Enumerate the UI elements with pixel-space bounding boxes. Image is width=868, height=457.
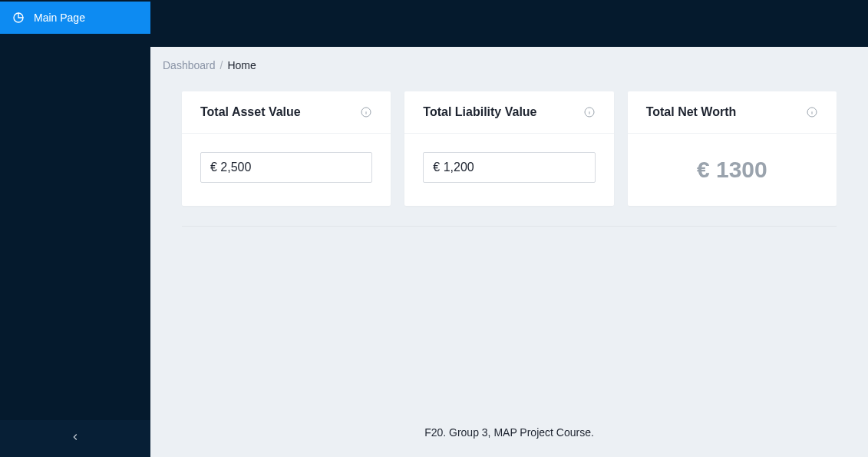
card-networth-head: Total Net Worth bbox=[628, 91, 837, 134]
card-asset-body bbox=[182, 134, 391, 201]
liability-value-input[interactable] bbox=[423, 152, 595, 183]
footer-text: F20. Group 3, MAP Project Course. bbox=[163, 426, 856, 442]
cards-row: Total Asset Value Total Liability Value bbox=[163, 91, 856, 206]
section-divider bbox=[182, 226, 837, 227]
card-networth-body: € 1300 bbox=[628, 134, 837, 206]
card-asset: Total Asset Value bbox=[182, 91, 391, 206]
card-asset-head: Total Asset Value bbox=[182, 91, 391, 134]
card-networth-title: Total Net Worth bbox=[646, 105, 737, 119]
pie-chart-icon bbox=[12, 12, 25, 24]
info-icon[interactable] bbox=[360, 106, 372, 118]
card-asset-title: Total Asset Value bbox=[200, 105, 301, 119]
sidebar-item-label: Main Page bbox=[34, 12, 85, 24]
info-icon[interactable] bbox=[806, 106, 818, 118]
content-wrap: Dashboard / Home Total Asset Value bbox=[150, 0, 868, 457]
main-content: Dashboard / Home Total Asset Value bbox=[150, 47, 868, 457]
card-networth: Total Net Worth € 1300 bbox=[628, 91, 837, 206]
sidebar-collapse-button[interactable] bbox=[0, 420, 150, 457]
topbar bbox=[150, 0, 868, 47]
card-liability-head: Total Liability Value bbox=[404, 91, 613, 134]
card-liability-title: Total Liability Value bbox=[423, 105, 536, 119]
breadcrumb: Dashboard / Home bbox=[163, 59, 856, 71]
breadcrumb-root[interactable]: Dashboard bbox=[163, 59, 216, 71]
info-icon[interactable] bbox=[583, 106, 596, 118]
card-liability-body bbox=[404, 134, 613, 201]
networth-value: € 1300 bbox=[697, 152, 767, 187]
sidebar-item-main-page[interactable]: Main Page bbox=[0, 2, 150, 34]
asset-value-input[interactable] bbox=[200, 152, 372, 183]
card-liability: Total Liability Value bbox=[404, 91, 613, 206]
sidebar: Main Page bbox=[0, 0, 150, 457]
breadcrumb-separator: / bbox=[220, 59, 223, 71]
chevron-left-icon bbox=[70, 432, 81, 445]
breadcrumb-current: Home bbox=[227, 59, 256, 71]
app-root: Main Page Dashboard / Home Total Asset V… bbox=[0, 0, 868, 457]
